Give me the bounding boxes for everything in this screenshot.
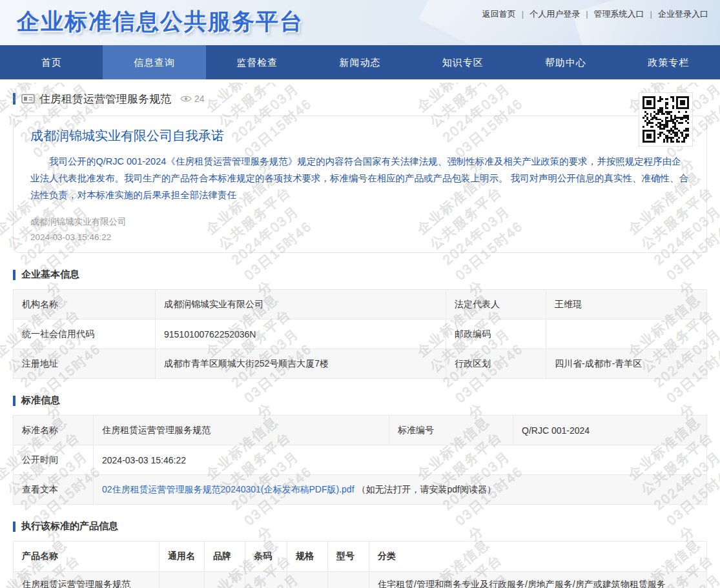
cell-value: 2024-03-03 15:46:22	[94, 445, 707, 475]
col-header: 分类	[369, 542, 707, 572]
standard-info-table: 标准名称 住房租赁运营管理服务规范 标准编号 Q/RJC 001-2024 公开…	[13, 415, 707, 505]
cell-model	[328, 572, 369, 588]
table-header-row: 产品名称 通用名 品牌 条码 规格 型号 分类	[14, 542, 707, 572]
cell-category: 住宅租赁/管理和商务专业及行政服务/房地产服务/房产或建筑物租赁服务	[369, 572, 707, 588]
cell-label: 标准名称	[14, 416, 94, 445]
eye-icon	[180, 95, 192, 103]
cell-value	[546, 319, 707, 349]
table-row: 查看文本 02住房租赁运营管理服务规范20240301(企标发布稿PDF版).p…	[14, 475, 707, 505]
accent-bar	[13, 93, 15, 105]
certificate-card-icon	[21, 94, 35, 104]
col-header: 产品名称	[14, 542, 159, 572]
cell-value: 四川省-成都市-青羊区	[546, 349, 707, 379]
section-title-text: 执行该标准的产品信息	[21, 520, 118, 532]
commitment-title: 成都润锦城实业有限公司自我承诺	[30, 127, 690, 145]
col-header: 条码	[245, 542, 287, 572]
table-row: 注册地址 成都市青羊区顺城大街252号顺吉大厦7楼 行政区划 四川省-成都市-青…	[14, 349, 707, 379]
page-title-row: 住房租赁运营管理服务规范 24	[13, 90, 707, 107]
site-logo: 企业标准信息公共服务平台	[17, 6, 303, 37]
pdf-reader-note: （如无法打开，请安装pdf阅读器）	[356, 484, 495, 494]
nav-item-help[interactable]: 帮助中心	[514, 45, 617, 79]
cell-barcode	[245, 572, 287, 588]
main-content: 住房租赁运营管理服务规范 24 成都润锦城实业有限公司自我承诺 我司公开的Q/R…	[0, 90, 720, 588]
cell-value: 91510100762252036N	[156, 319, 446, 349]
nav-item-news[interactable]: 新闻动态	[309, 45, 411, 79]
accent-bar	[13, 522, 15, 532]
link-back-home[interactable]: 返回首页	[482, 9, 516, 19]
cell-value: 王维琨	[546, 290, 707, 319]
site-header: 企业标准信息公共服务平台 返回首页|个人用户登录|管理系统入口|企业登录入口	[0, 0, 720, 45]
link-personal-login[interactable]: 个人用户登录	[530, 9, 580, 19]
section-title-standard-info: 标准信息	[13, 394, 707, 407]
cell-label: 行政区划	[446, 349, 546, 379]
commitment-body: 我司公开的Q/RJC 001-2024《住房租赁运营管理服务规范》规定的内容符合…	[30, 153, 690, 203]
nav-item-home[interactable]: 首页	[0, 45, 103, 79]
commitment-company: 成都润锦城实业有限公司	[30, 216, 690, 228]
table-row: 公开时间 2024-03-03 15:46:22	[14, 445, 707, 475]
qr-code	[639, 92, 693, 147]
col-header: 品牌	[205, 542, 245, 572]
cell-spec	[287, 572, 328, 588]
cell-value: 02住房租赁运营管理服务规范20240301(企标发布稿PDF版).pdf （如…	[94, 475, 707, 505]
divider: |	[516, 9, 530, 19]
section-title-text: 标准信息	[21, 394, 60, 407]
nav-item-info-query[interactable]: 信息查询	[103, 45, 205, 79]
cell-label: 机构名称	[14, 290, 156, 319]
col-header: 通用名	[159, 542, 205, 572]
table-row: 机构名称 成都润锦城实业有限公司 法定代表人 王维琨	[14, 290, 707, 319]
nav-item-knowledge[interactable]: 知识专区	[411, 45, 514, 79]
cell-label: 查看文本	[14, 475, 94, 505]
section-title-basic-info: 企业基本信息	[13, 269, 707, 281]
basic-info-table: 机构名称 成都润锦城实业有限公司 法定代表人 王维琨 统一社会信用代码 9151…	[13, 289, 707, 379]
view-count: 24	[194, 94, 205, 104]
accent-bar	[13, 270, 15, 280]
self-commitment-card: 成都润锦城实业有限公司自我承诺 我司公开的Q/RJC 001-2024《住房租赁…	[13, 116, 707, 253]
standard-pdf-link[interactable]: 02住房租赁运营管理服务规范20240301(企标发布稿PDF版).pdf	[102, 484, 355, 494]
nav-item-supervision[interactable]: 监督检查	[206, 45, 309, 79]
col-header: 型号	[328, 542, 369, 572]
divider: |	[580, 9, 593, 19]
divider: |	[644, 9, 658, 19]
link-enterprise-login[interactable]: 企业登录入口	[658, 9, 708, 19]
table-row: 住房租赁运营管理服务规范 住宅租赁/管理和商务专业及行政服务/房地产服务/房产或…	[14, 572, 707, 588]
cell-label: 邮政编码	[446, 319, 546, 349]
cell-product-name: 住房租赁运营管理服务规范	[14, 572, 159, 588]
page-title: 住房租赁运营管理服务规范	[39, 92, 171, 106]
cell-value: 成都市青羊区顺城大街252号顺吉大厦7楼	[156, 349, 446, 379]
products-table: 产品名称 通用名 品牌 条码 规格 型号 分类 住房租赁运营管理服务规范 住宅租…	[13, 541, 707, 588]
top-links: 返回首页|个人用户登录|管理系统入口|企业登录入口	[482, 8, 708, 20]
cell-generic-name	[159, 572, 205, 588]
link-admin-entry[interactable]: 管理系统入口	[594, 9, 644, 19]
main-nav: 首页 信息查询 监督检查 新闻动态 知识专区 帮助中心 政策专栏	[0, 45, 720, 79]
cell-value: Q/RJC 001-2024	[513, 416, 707, 445]
commitment-datetime: 2024-03-03 15:46:22	[30, 232, 690, 242]
cell-value: 住房租赁运营管理服务规范	[94, 416, 389, 445]
section-title-text: 企业基本信息	[21, 269, 79, 281]
table-row: 标准名称 住房租赁运营管理服务规范 标准编号 Q/RJC 001-2024	[14, 416, 707, 445]
cell-label: 法定代表人	[446, 290, 546, 319]
view-counter: 24	[180, 94, 205, 104]
col-header: 规格	[287, 542, 328, 572]
table-row: 统一社会信用代码 91510100762252036N 邮政编码	[14, 319, 707, 349]
section-title-products: 执行该标准的产品信息	[13, 520, 707, 532]
accent-bar	[13, 396, 15, 406]
cell-label: 标准编号	[389, 416, 513, 445]
cell-label: 公开时间	[14, 445, 94, 475]
cell-value: 成都润锦城实业有限公司	[156, 290, 446, 319]
cell-label: 注册地址	[14, 349, 156, 379]
cell-label: 统一社会信用代码	[14, 319, 156, 349]
nav-item-policy[interactable]: 政策专栏	[617, 45, 720, 79]
cell-brand	[205, 572, 245, 588]
